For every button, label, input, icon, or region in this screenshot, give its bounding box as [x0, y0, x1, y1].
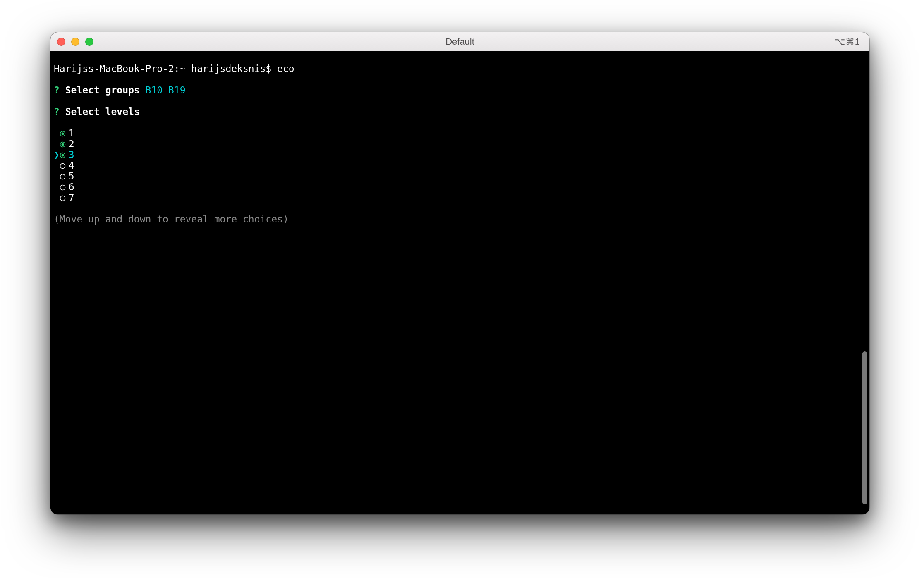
- list-item[interactable]: ❯3: [54, 149, 866, 160]
- choice-label: 5: [69, 171, 74, 182]
- radio-unselected-icon[interactable]: [60, 160, 69, 171]
- radio-selected-icon[interactable]: [60, 149, 69, 160]
- list-item[interactable]: 4: [54, 160, 866, 171]
- choice-label: 1: [69, 128, 74, 139]
- minimize-icon[interactable]: [71, 38, 79, 46]
- scrollbar-thumb[interactable]: [862, 351, 867, 504]
- question-mark-icon: ?: [54, 106, 60, 117]
- prompt-line: Harijss-MacBook-Pro-2:~ harijsdeksnis$ e…: [54, 63, 866, 74]
- svg-point-5: [61, 154, 64, 157]
- choice-label: 3: [69, 149, 74, 160]
- radio-selected-icon[interactable]: [60, 128, 69, 139]
- list-item[interactable]: 1: [54, 128, 866, 139]
- cursor-indicator: [54, 182, 60, 192]
- window-title: Default: [445, 36, 474, 47]
- select-levels-label: Select levels: [65, 106, 140, 117]
- select-groups-line: ? Select groups B10-B19: [54, 85, 866, 96]
- window-controls: [57, 32, 93, 51]
- cursor-indicator: [54, 171, 60, 182]
- choice-label: 7: [69, 192, 74, 203]
- svg-point-7: [60, 174, 65, 179]
- cursor-indicator: ❯: [54, 149, 60, 160]
- cursor-indicator: [54, 139, 60, 149]
- shell-prompt: Harijss-MacBook-Pro-2:~ harijsdeksnis$: [54, 63, 277, 74]
- select-groups-label: Select groups: [65, 85, 140, 96]
- svg-point-9: [60, 196, 65, 201]
- question-mark-icon: ?: [54, 85, 60, 96]
- radio-unselected-icon[interactable]: [60, 182, 69, 192]
- svg-point-3: [61, 143, 64, 146]
- choice-label: 2: [69, 139, 74, 149]
- close-icon[interactable]: [57, 38, 65, 46]
- scrollbar-track[interactable]: [861, 51, 869, 511]
- list-item[interactable]: 6: [54, 182, 866, 192]
- radio-unselected-icon[interactable]: [60, 192, 69, 203]
- select-levels-line: ? Select levels: [54, 106, 866, 117]
- cursor-indicator: [54, 192, 60, 203]
- radio-selected-icon[interactable]: [60, 139, 69, 149]
- cursor-indicator: [54, 128, 60, 139]
- radio-unselected-icon[interactable]: [60, 171, 69, 182]
- cursor-indicator: [54, 160, 60, 171]
- maximize-icon[interactable]: [85, 38, 93, 46]
- select-groups-answer: B10-B19: [146, 85, 186, 96]
- terminal-viewport[interactable]: Harijss-MacBook-Pro-2:~ harijsdeksnis$ e…: [50, 51, 869, 514]
- hint-text: (Move up and down to reveal more choices…: [54, 214, 866, 225]
- choice-label: 4: [69, 160, 74, 171]
- terminal-window: Default ⌥⌘1 Harijss-MacBook-Pro-2:~ hari…: [50, 32, 869, 514]
- svg-point-8: [60, 185, 65, 190]
- svg-point-1: [61, 133, 64, 135]
- list-item[interactable]: 2: [54, 139, 866, 149]
- window-titlebar[interactable]: Default ⌥⌘1: [50, 32, 869, 51]
- window-shortcut: ⌥⌘1: [835, 32, 860, 51]
- svg-point-6: [60, 164, 65, 169]
- choice-label: 6: [69, 182, 74, 192]
- list-item[interactable]: 7: [54, 192, 866, 203]
- typed-command: eco: [277, 63, 294, 74]
- list-item[interactable]: 5: [54, 171, 866, 182]
- terminal-content: Harijss-MacBook-Pro-2:~ harijsdeksnis$ e…: [50, 51, 869, 249]
